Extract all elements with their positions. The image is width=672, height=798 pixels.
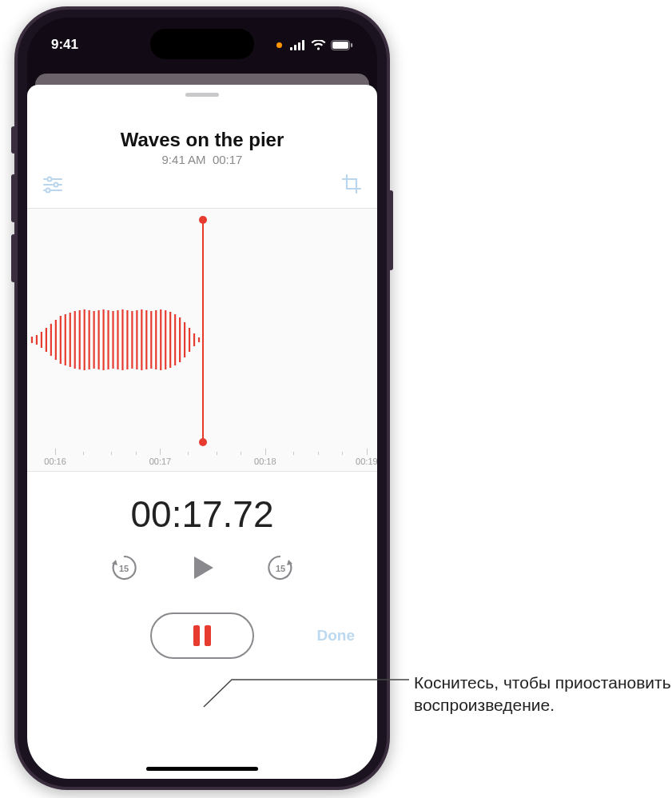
svg-marker-51	[194, 557, 213, 579]
waveform	[27, 284, 202, 396]
recording-subtitle: 9:41 AM 00:17	[27, 153, 377, 166]
svg-rect-5	[332, 42, 348, 49]
tick-label: 00:18	[254, 457, 276, 466]
recording-duration: 00:17	[213, 153, 243, 166]
tick-label: 00:19	[356, 457, 377, 466]
svg-rect-1	[294, 45, 296, 50]
svg-point-12	[46, 189, 50, 193]
tick-label: 00:16	[44, 457, 66, 466]
svg-point-10	[54, 183, 58, 187]
tick-label: 00:17	[149, 457, 172, 466]
battery-icon	[331, 40, 353, 50]
edit-toolbar	[27, 166, 377, 198]
cellular-icon	[290, 40, 306, 50]
time-axis: 00:16 00:17 00:18 00:19	[27, 447, 377, 466]
done-button[interactable]: Done	[317, 627, 356, 644]
svg-text:15: 15	[119, 564, 129, 573]
mic-indicator-dot	[276, 42, 282, 48]
volume-down-button	[11, 234, 16, 282]
svg-marker-52	[287, 560, 292, 565]
svg-point-8	[48, 178, 52, 182]
crop-icon[interactable]	[340, 173, 363, 198]
dynamic-island	[150, 29, 254, 59]
settings-icon[interactable]	[42, 173, 64, 198]
home-indicator[interactable]	[146, 767, 258, 771]
svg-rect-3	[302, 40, 304, 50]
wifi-icon	[311, 40, 326, 50]
power-button	[388, 190, 393, 270]
phone-frame: 9:41	[14, 6, 390, 790]
pause-button[interactable]	[150, 612, 254, 659]
svg-rect-0	[290, 47, 292, 50]
recording-sheet: Waves on the pier 9:41 AM 00:17	[27, 85, 377, 779]
bottom-controls: Done	[27, 612, 377, 659]
status-time: 9:41	[51, 37, 78, 53]
playhead[interactable]	[202, 220, 204, 442]
silent-switch	[11, 126, 16, 154]
pause-icon	[193, 625, 211, 646]
svg-rect-6	[351, 43, 352, 47]
rewind-15-icon[interactable]: 15	[109, 553, 138, 582]
recording-header: Waves on the pier 9:41 AM 00:17	[27, 129, 377, 166]
svg-text:15: 15	[276, 564, 285, 573]
recording-title: Waves on the pier	[27, 129, 377, 151]
svg-rect-2	[298, 42, 300, 50]
waveform-area[interactable]: 00:16 00:17 00:18 00:19	[27, 208, 377, 472]
callout-text: Коснитесь, чтобы приостановить воспроизв…	[414, 672, 672, 717]
recording-timestamp: 9:41 AM	[162, 153, 206, 166]
status-right	[276, 40, 353, 50]
playback-controls: 15 15	[27, 552, 377, 584]
svg-marker-49	[112, 560, 117, 565]
forward-15-icon[interactable]: 15	[266, 553, 295, 582]
play-icon[interactable]	[186, 552, 218, 584]
sheet-grabber[interactable]	[185, 93, 219, 97]
phone-screen: 9:41	[27, 18, 377, 779]
volume-up-button	[11, 174, 16, 222]
elapsed-time: 00:17.72	[27, 493, 377, 536]
